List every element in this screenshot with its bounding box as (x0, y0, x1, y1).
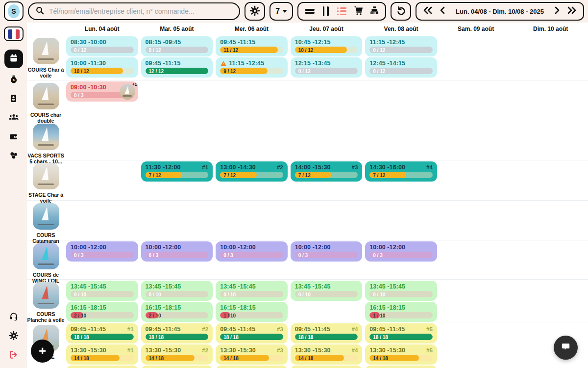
sidebar-item-resources[interactable] (4, 149, 23, 164)
session-card[interactable]: 09:45 -11:45#118 / 18 (66, 323, 138, 343)
session-number: #5 (426, 347, 433, 353)
session-card[interactable]: 10:00 -12:000 / 3 (365, 241, 437, 262)
calendar-cell (513, 35, 588, 80)
course-label-cell[interactable]: COURS Catamaran (27, 201, 65, 244)
session-card[interactable]: 13:30 -15:30#114 / 18 (66, 344, 138, 365)
course-label-cell[interactable]: VACS SPORTS 5 chars - 10... (27, 121, 65, 165)
search-input[interactable] (48, 7, 232, 16)
next-period-button[interactable] (565, 4, 578, 19)
session-card[interactable]: 08:30 -10:000 / 12 (66, 36, 138, 56)
sidebar-item-settings[interactable] (4, 329, 23, 344)
session-card[interactable]: 10:00 -12:000 / 3 (66, 241, 138, 262)
cash-register-button[interactable] (366, 3, 382, 19)
session-number: #3 (277, 347, 283, 353)
calendar-cell (439, 240, 514, 284)
course-label-cell[interactable]: COURS de WING FOIL (27, 240, 65, 284)
list-icon (337, 7, 347, 16)
sidebar-item-logout[interactable] (4, 348, 23, 363)
session-card[interactable]: 13:45 -15:450 / 10 (141, 281, 213, 301)
session-card[interactable] (291, 366, 363, 368)
group-icon (8, 112, 19, 125)
session-card[interactable]: 13:45 -15:450 / 10 (365, 281, 437, 301)
session-card[interactable]: 10:00 -11:3010 / 12 (66, 57, 138, 78)
sidebar-item-wallet[interactable] (4, 130, 23, 145)
columns-view-button[interactable] (318, 3, 334, 19)
settings-gear-button[interactable] (245, 2, 265, 21)
capacity-count: 10 / 12 (74, 68, 89, 74)
add-button[interactable]: + (31, 340, 54, 363)
cash-register-icon (369, 5, 380, 18)
chat-button[interactable] (554, 336, 578, 360)
rows-view-button[interactable] (301, 3, 318, 19)
session-card[interactable]: 13:45 -15:450 / 10 (66, 281, 138, 301)
session-card[interactable]: 09:45 -11:1511 / 12 (216, 36, 288, 56)
session-card[interactable] (365, 366, 437, 368)
session-card[interactable]: 10:00 -12:000 / 3 (291, 241, 363, 262)
capacity-count: 0 / 3 (74, 92, 83, 98)
session-card[interactable]: 13:30 -15:30#414 / 18 (291, 344, 363, 365)
language-flag-button[interactable] (4, 26, 24, 41)
session-card[interactable] (66, 366, 138, 368)
capacity-count: 11 / 12 (223, 47, 238, 53)
next-day-button[interactable] (551, 4, 564, 19)
refresh-undo-button[interactable] (391, 2, 411, 21)
session-card[interactable]: 11:15 -12:450 / 12 (365, 36, 437, 56)
sidebar-item-clients[interactable] (4, 111, 23, 126)
user-avatar-button[interactable]: S (4, 1, 24, 21)
calendar-cell (364, 201, 439, 244)
session-card[interactable]: 16:15 -18:152 / 10 (66, 302, 138, 322)
previous-period-button[interactable] (421, 4, 434, 19)
capacity-bar: 7 / 12 (146, 172, 209, 178)
days-count-selector[interactable]: 7 (270, 2, 293, 21)
session-card[interactable]: 13:45 -15:450 / 10 (291, 281, 363, 301)
session-card[interactable] (141, 366, 213, 368)
session-number: #3 (277, 326, 283, 332)
pause-icon (323, 6, 329, 16)
session-card[interactable]: 10:45 -12:1510 / 12 (291, 36, 363, 56)
session-card[interactable]: 08:15 -09:450 / 12 (141, 36, 213, 56)
sidebar-item-calendar[interactable] (4, 50, 23, 68)
session-card[interactable]: 09:00 -10:300 / 3+1 (66, 81, 138, 102)
session-card[interactable] (216, 366, 288, 368)
course-label-cell[interactable]: STAGE Char à voile (27, 160, 65, 204)
sidebar-item-sales[interactable]: $ (4, 73, 23, 87)
session-card[interactable]: 13:30 -15:30#314 / 18 (216, 344, 288, 365)
session-number: #4 (351, 347, 358, 353)
session-card[interactable]: 10:00 -12:000 / 3 (216, 241, 288, 262)
previous-day-button[interactable] (436, 4, 449, 19)
session-card[interactable]: 13:30 -15:30#214 / 18 (141, 344, 213, 365)
session-card[interactable]: 13:00 -14:30#27 / 12 (216, 161, 288, 182)
course-label-cell[interactable]: COURS char double (27, 80, 65, 124)
session-card[interactable]: 10:00 -12:000 / 3 (141, 241, 213, 262)
session-card[interactable]: 11:30 -12:00#17 / 12 (141, 161, 213, 182)
session-time: 09:00 -10:30 (71, 84, 106, 91)
session-card[interactable]: 14:30 -16:00#47 / 12 (365, 161, 437, 182)
session-extra-avatar[interactable]: +1 (120, 84, 135, 100)
session-card[interactable]: 09:45 -11:45#418 / 18 (291, 323, 363, 343)
session-card[interactable]: 11:15 -12:459 / 12 (216, 57, 288, 78)
course-label-cell[interactable]: COURS Planche à voile (27, 280, 65, 323)
session-card[interactable]: 14:00 -15:30#37 / 12 (291, 161, 363, 182)
session-time: 13:00 -14:30 (220, 164, 256, 171)
session-card[interactable]: 09:45 -11:45#518 / 18 (365, 323, 437, 343)
capacity-bar: 7 / 12 (369, 172, 433, 178)
session-card[interactable]: 16:15 -18:151 / 10 (216, 302, 288, 322)
capacity-bar: 0 / 12 (369, 68, 433, 74)
session-card[interactable]: 09:45 -11:45#218 / 18 (141, 323, 213, 343)
list-view-button[interactable] (334, 3, 350, 19)
course-label-cell[interactable]: COURS Char à voile (27, 35, 65, 80)
search-bar[interactable] (28, 2, 240, 20)
session-card[interactable]: 09:45 -11:45#318 / 18 (216, 323, 288, 343)
sidebar-item-support[interactable] (4, 310, 23, 325)
session-card[interactable]: 13:45 -15:450 / 10 (216, 281, 288, 301)
course-row: COURS de WING FOIL10:00 -12:000 / 310:00… (27, 240, 588, 279)
session-card[interactable]: 16:15 -18:152 / 10 (141, 302, 213, 322)
cart-button[interactable] (350, 3, 366, 19)
session-card[interactable]: 09:45 -11:1512 / 12 (141, 57, 213, 78)
session-card[interactable]: 13:30 -15:30#514 / 18 (365, 344, 437, 365)
capacity-count: 9 / 12 (223, 68, 236, 74)
session-card[interactable]: 12:15 -13:450 / 12 (291, 57, 363, 78)
session-card[interactable]: 16:15 -18:151 / 10 (365, 302, 437, 322)
session-card[interactable]: 12:45 -14:150 / 12 (365, 57, 437, 78)
sidebar-item-contacts[interactable] (4, 92, 23, 106)
